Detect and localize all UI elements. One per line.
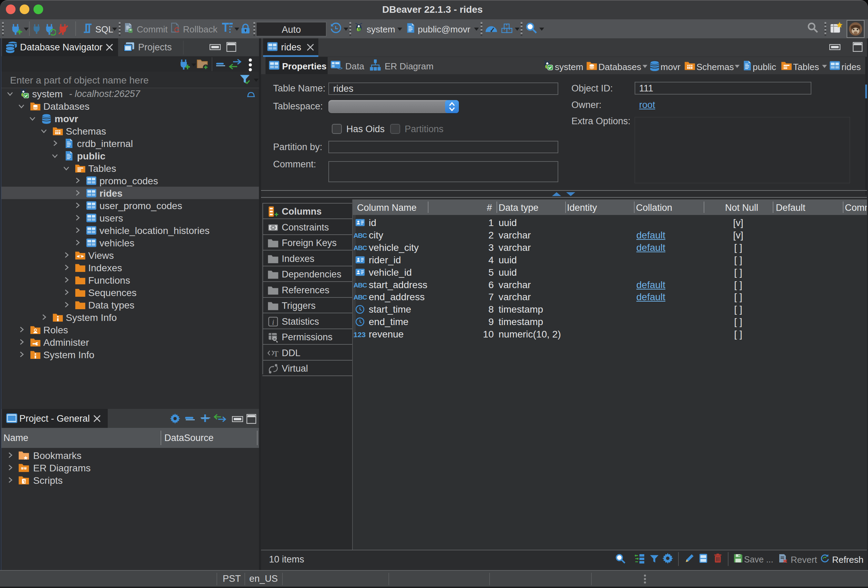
svg-text:T: T [273, 349, 278, 358]
svg-text:<>: <> [337, 66, 342, 71]
svg-text:i: i [272, 318, 274, 326]
